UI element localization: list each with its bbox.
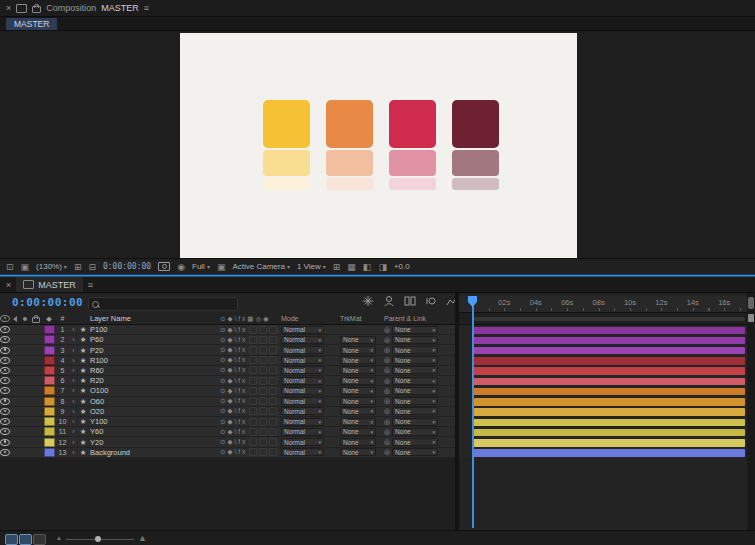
parent-dropdown[interactable]: None▾ (392, 418, 438, 426)
solo-toggle-cell[interactable] (20, 427, 29, 436)
layer-row[interactable]: 12 › ★ Y20 ⊙◆\fx Normal▾ None▾ ◎ None▾ (0, 437, 455, 447)
switch-cell[interactable] (259, 397, 267, 405)
label-color-icon[interactable] (44, 417, 55, 426)
layer-name[interactable]: O60 (88, 397, 218, 406)
pickwhip-icon[interactable]: ◎ (384, 397, 390, 405)
expand-caret-icon[interactable]: › (69, 356, 78, 365)
close-icon[interactable]: × (6, 3, 11, 13)
trkmat-dropdown[interactable]: None▾ (340, 428, 376, 436)
visibility-eye-toggle[interactable] (0, 356, 10, 365)
layer-switches[interactable]: ⊙◆\fx (218, 427, 280, 436)
switch-cell[interactable] (269, 397, 277, 405)
parent-dropdown[interactable]: None▾ (392, 407, 438, 415)
parent-dropdown[interactable]: None▾ (392, 387, 438, 395)
label-color-icon[interactable] (44, 356, 55, 365)
label-color-swatch[interactable] (42, 386, 56, 395)
layer-name[interactable]: P20 (88, 345, 218, 354)
trkmat-header[interactable]: TrkMat (340, 313, 384, 324)
layer-duration-bar[interactable] (473, 327, 745, 335)
layer-row[interactable]: 6 › ★ R20 ⊙◆\fx Normal▾ None▾ ◎ None▾ (0, 376, 455, 386)
parent-dropdown[interactable]: None▾ (392, 346, 438, 354)
pickwhip-icon[interactable]: ◎ (384, 326, 390, 334)
blend-mode-dropdown[interactable]: Normal▾ (281, 428, 324, 436)
layer-row[interactable]: 1 › ★ P100 ⊙◆\fx Normal▾ ▾ ◎ None▾ (0, 325, 455, 335)
blend-mode-dropdown[interactable]: Normal▾ (281, 438, 324, 446)
layer-name[interactable]: R100 (88, 356, 218, 365)
composition-name[interactable]: MASTER (101, 3, 139, 13)
search-input[interactable] (88, 297, 238, 311)
blend-mode-dropdown[interactable]: Normal▾ (281, 387, 324, 395)
parent-dropdown[interactable]: None▾ (392, 397, 438, 405)
audio-toggle-cell[interactable] (10, 448, 20, 457)
blend-mode-dropdown[interactable]: Normal▾ (281, 448, 324, 456)
scrollbar-thumb[interactable] (748, 297, 754, 309)
blend-mode-dropdown[interactable]: Normal▾ (281, 397, 324, 405)
viewer-timecode[interactable]: 0:00:00:00 (103, 262, 151, 271)
trkmat-dropdown[interactable]: None▾ (340, 336, 376, 344)
expand-caret-icon[interactable]: › (69, 397, 78, 406)
trkmat-dropdown[interactable]: None▾ (340, 397, 376, 405)
work-area-strip[interactable] (459, 313, 747, 325)
layer-name[interactable]: Background (88, 448, 218, 457)
timeline-button-icon[interactable]: ◧ (363, 262, 372, 272)
layer-duration-bar[interactable] (473, 337, 745, 345)
switch-cell[interactable] (259, 326, 267, 334)
pickwhip-icon[interactable]: ◎ (384, 377, 390, 385)
pickwhip-icon[interactable]: ◎ (384, 438, 390, 446)
switch-cell[interactable] (249, 377, 257, 385)
region-of-interest-icon[interactable]: ▣ (217, 262, 226, 272)
switch-cell[interactable] (249, 407, 257, 415)
label-color-icon[interactable] (44, 448, 55, 457)
layer-name[interactable]: Y60 (88, 427, 218, 436)
channels-icon[interactable]: ◉ (177, 262, 185, 272)
panel-menu-icon[interactable]: ≡ (88, 280, 93, 290)
label-color-icon[interactable] (44, 376, 55, 385)
switch-glyphs[interactable]: ⊙◆\fx (220, 418, 247, 426)
audio-toggle-cell[interactable] (10, 437, 20, 446)
visibility-eye-toggle[interactable] (0, 417, 10, 426)
lock-icon[interactable] (32, 6, 41, 13)
switch-cell[interactable] (259, 366, 267, 374)
motion-blur-icon[interactable] (425, 295, 437, 307)
pickwhip-icon[interactable]: ◎ (384, 356, 390, 364)
parent-dropdown[interactable]: None▾ (392, 326, 438, 334)
layer-duration-bar[interactable] (473, 449, 745, 457)
lock-toggle-cell[interactable] (29, 325, 42, 334)
layer-row[interactable]: 4 › ★ R100 ⊙◆\fx Normal▾ None▾ ◎ None▾ (0, 356, 455, 366)
visibility-eye-toggle[interactable] (0, 376, 10, 385)
label-color-swatch[interactable] (42, 356, 56, 365)
label-color-swatch[interactable] (42, 427, 56, 436)
label-color-swatch[interactable] (42, 407, 56, 416)
label-color-icon[interactable] (44, 346, 55, 355)
switch-glyphs[interactable]: ⊙◆\fx (220, 336, 247, 344)
expand-caret-icon[interactable]: › (69, 335, 78, 344)
switch-cell[interactable] (259, 438, 267, 446)
label-color-icon[interactable] (44, 386, 55, 395)
grid-guides-icon[interactable]: ⊞ (74, 262, 82, 272)
mask-visibility-icon[interactable]: ⊟ (88, 262, 96, 272)
switch-cell[interactable] (249, 346, 257, 354)
switch-cell[interactable] (269, 407, 277, 415)
pixel-aspect-icon[interactable]: ⊞ (333, 262, 341, 272)
lock-toggle-cell[interactable] (29, 366, 42, 375)
switch-cell[interactable] (249, 387, 257, 395)
zoom-out-icon[interactable]: ▲ (56, 535, 62, 541)
zoom-in-icon[interactable]: ▲ (138, 533, 147, 543)
lock-toggle-cell[interactable] (29, 427, 42, 436)
solo-toggle-cell[interactable] (20, 397, 29, 406)
solo-toggle-cell[interactable] (20, 417, 29, 426)
solo-toggle-cell[interactable] (20, 437, 29, 446)
expand-caret-icon[interactable]: › (69, 386, 78, 395)
label-color-swatch[interactable] (42, 448, 56, 457)
label-color-swatch[interactable] (42, 366, 56, 375)
layer-duration-bar[interactable] (473, 408, 745, 416)
composition-viewer[interactable] (0, 31, 755, 258)
pickwhip-icon[interactable]: ◎ (384, 387, 390, 395)
switch-glyphs[interactable]: ⊙◆\fx (220, 428, 247, 436)
trkmat-dropdown[interactable]: None▾ (340, 448, 376, 456)
label-color-icon[interactable] (44, 397, 55, 406)
magnification-icon[interactable]: ▣ (21, 262, 30, 272)
audio-toggle-cell[interactable] (10, 356, 20, 365)
label-color-icon[interactable] (44, 335, 55, 344)
switch-cell[interactable] (269, 377, 277, 385)
